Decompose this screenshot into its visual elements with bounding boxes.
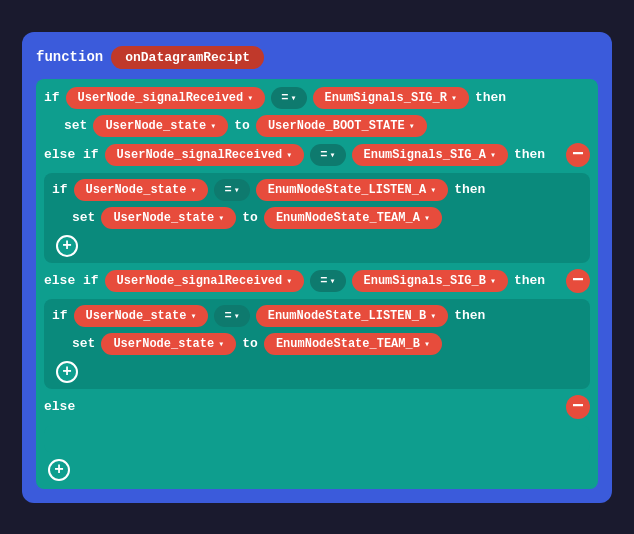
- inner-if-block-2: if UserNode_state ▾ = ▾ EnumNodeState_LI…: [44, 299, 590, 389]
- inner-set-row-2: set UserNode_state ▾ to EnumNodeState_TE…: [72, 333, 582, 355]
- inner-op-2[interactable]: = ▾: [214, 305, 249, 327]
- if-keyword-1: if: [44, 90, 60, 105]
- function-block: function onDatagramRecipt if UserNode_si…: [22, 32, 612, 503]
- main-container: function onDatagramRecipt if UserNode_si…: [0, 0, 634, 534]
- op-1[interactable]: = ▾: [271, 87, 306, 109]
- else-if-row-1: else if UserNode_signalReceived ▾ = ▾ En…: [44, 143, 590, 167]
- remove-else[interactable]: −: [566, 395, 590, 419]
- set-keyword-1: set: [64, 118, 87, 133]
- inner-if-kw-1: if: [52, 182, 68, 197]
- inner-arrow-l2: ▾: [190, 310, 196, 322]
- inner-to-2: to: [242, 336, 258, 351]
- inner-arrow-r2: ▾: [430, 310, 436, 322]
- inner-if-row-2: if UserNode_state ▾ = ▾ EnumNodeState_LI…: [52, 305, 582, 327]
- inner-set-kw-1: set: [72, 210, 95, 225]
- else-if-keyword-1: else if: [44, 147, 99, 162]
- else-body-bar: [44, 425, 590, 453]
- inner-left-1[interactable]: UserNode_state ▾: [74, 179, 209, 201]
- then-1: then: [475, 90, 506, 105]
- to-1: to: [234, 118, 250, 133]
- inner-to-1: to: [242, 210, 258, 225]
- function-keyword: function: [36, 49, 103, 65]
- inner-if-row-1: if UserNode_state ▾ = ▾ EnumNodeState_LI…: [52, 179, 582, 201]
- ei-op-arrow-2: ▾: [329, 275, 335, 287]
- arrow-set-1: ▾: [210, 120, 216, 132]
- block-body: if UserNode_signalReceived ▾ = ▾ EnumSig…: [36, 79, 598, 489]
- add-row-1: +: [52, 235, 582, 257]
- ei-op-1[interactable]: = ▾: [310, 144, 345, 166]
- inner-if-kw-2: if: [52, 308, 68, 323]
- inner-val-arrow-2: ▾: [424, 338, 430, 350]
- ei-left-1[interactable]: UserNode_signalReceived ▾: [105, 144, 305, 166]
- inner-then-2: then: [454, 308, 485, 323]
- inner-val-arrow-1: ▾: [424, 212, 430, 224]
- remove-else-if-2[interactable]: −: [566, 269, 590, 293]
- arrow-val-1: ▾: [409, 120, 415, 132]
- else-if-section-1: else if UserNode_signalReceived ▾ = ▾ En…: [44, 143, 590, 263]
- else-if-content-1: else if UserNode_signalReceived ▾ = ▾ En…: [44, 143, 590, 263]
- right-operand-1[interactable]: EnumSignals_SIG_R ▾: [313, 87, 469, 109]
- add-btn-2[interactable]: +: [56, 361, 78, 383]
- add-row-2: +: [52, 361, 582, 383]
- final-add-row: +: [44, 459, 590, 481]
- else-if-keyword-2: else if: [44, 273, 99, 288]
- inner-set-target-2[interactable]: UserNode_state ▾: [101, 333, 236, 355]
- remove-else-if-1[interactable]: −: [566, 143, 590, 167]
- function-header: function onDatagramRecipt: [36, 46, 598, 69]
- add-btn-1[interactable]: +: [56, 235, 78, 257]
- else-if-section-2: else if UserNode_signalReceived ▾ = ▾ En…: [44, 269, 590, 389]
- arrow-icon-1: ▾: [247, 92, 253, 104]
- inner-arrow-r1: ▾: [430, 184, 436, 196]
- inner-if-block-1: if UserNode_state ▾ = ▾ EnumNodeState_LI…: [44, 173, 590, 263]
- ei-then-2: then: [514, 273, 545, 288]
- final-add-btn[interactable]: +: [48, 459, 70, 481]
- ei-arrow-r1: ▾: [490, 149, 496, 161]
- ei-arrow-r2: ▾: [490, 275, 496, 287]
- arrow-icon-r1: ▾: [451, 92, 457, 104]
- function-name-badge[interactable]: onDatagramRecipt: [111, 46, 264, 69]
- ei-left-2[interactable]: UserNode_signalReceived ▾: [105, 270, 305, 292]
- ei-op-2[interactable]: = ▾: [310, 270, 345, 292]
- else-row: else −: [44, 395, 590, 419]
- inner-set-value-2[interactable]: EnumNodeState_TEAM_B ▾: [264, 333, 442, 355]
- inner-set-arrow-2: ▾: [218, 338, 224, 350]
- inner-left-2[interactable]: UserNode_state ▾: [74, 305, 209, 327]
- left-operand-1[interactable]: UserNode_signalReceived ▾: [66, 87, 266, 109]
- op-arrow-1: ▾: [290, 92, 296, 104]
- ei-then-1: then: [514, 147, 545, 162]
- inner-op-arrow-2: ▾: [234, 310, 240, 322]
- else-if-content-2: else if UserNode_signalReceived ▾ = ▾ En…: [44, 269, 590, 389]
- else-if-row-2: else if UserNode_signalReceived ▾ = ▾ En…: [44, 269, 590, 293]
- inner-right-2[interactable]: EnumNodeState_LISTEN_B ▾: [256, 305, 448, 327]
- inner-right-1[interactable]: EnumNodeState_LISTEN_A ▾: [256, 179, 448, 201]
- inner-set-arrow-1: ▾: [218, 212, 224, 224]
- ei-arrow-l1: ▾: [286, 149, 292, 161]
- inner-set-kw-2: set: [72, 336, 95, 351]
- if-row-1: if UserNode_signalReceived ▾ = ▾ EnumSig…: [44, 87, 590, 109]
- ei-arrow-l2: ▾: [286, 275, 292, 287]
- inner-then-1: then: [454, 182, 485, 197]
- set-value-1[interactable]: UserNode_BOOT_STATE ▾: [256, 115, 427, 137]
- inner-op-1[interactable]: = ▾: [214, 179, 249, 201]
- set-row-1: set UserNode_state ▾ to UserNode_BOOT_ST…: [64, 115, 590, 137]
- inner-set-row-1: set UserNode_state ▾ to EnumNodeState_TE…: [72, 207, 582, 229]
- inner-set-value-1[interactable]: EnumNodeState_TEAM_A ▾: [264, 207, 442, 229]
- inner-op-arrow-1: ▾: [234, 184, 240, 196]
- ei-op-arrow-1: ▾: [329, 149, 335, 161]
- inner-arrow-l1: ▾: [190, 184, 196, 196]
- inner-set-target-1[interactable]: UserNode_state ▾: [101, 207, 236, 229]
- set-target-1[interactable]: UserNode_state ▾: [93, 115, 228, 137]
- else-keyword: else: [44, 399, 75, 414]
- ei-right-1[interactable]: EnumSignals_SIG_A ▾: [352, 144, 508, 166]
- ei-right-2[interactable]: EnumSignals_SIG_B ▾: [352, 270, 508, 292]
